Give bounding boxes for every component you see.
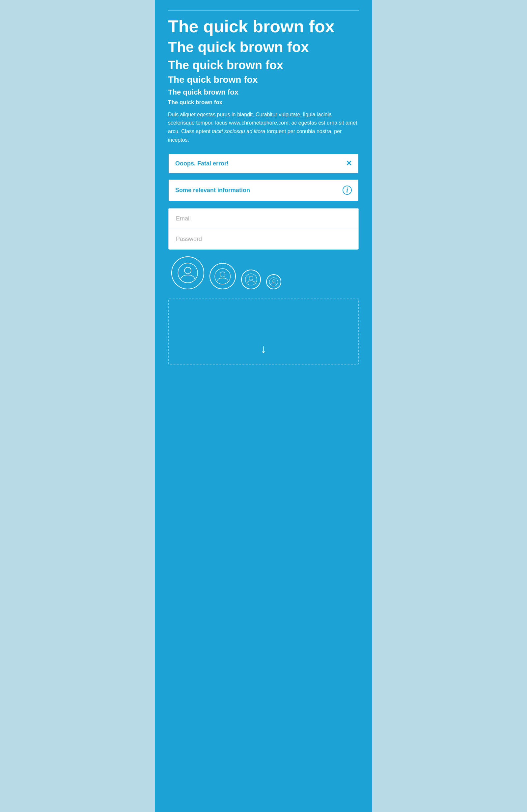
- svg-point-6: [269, 277, 278, 286]
- password-input[interactable]: [176, 236, 351, 243]
- info-alert-text: Some relevant information: [175, 187, 250, 194]
- svg-point-1: [185, 267, 191, 274]
- svg-point-4: [245, 274, 257, 285]
- down-arrow-icon: ↓: [261, 342, 266, 356]
- login-form: [168, 208, 359, 250]
- svg-point-0: [178, 263, 197, 283]
- avatar-lg: [209, 263, 236, 289]
- body-paragraph: Duis aliquet egestas purus in blandit. C…: [168, 111, 359, 144]
- body-link[interactable]: www.chrometaphore.com: [229, 120, 289, 126]
- avatar-section: [168, 256, 359, 289]
- error-alert-text: Ooops. Fatal error!: [175, 160, 229, 167]
- heading-6: The quick brown fox: [168, 100, 359, 106]
- avatar-xl: [171, 256, 204, 289]
- page-wrapper: The quick brown fox The quick brown fox …: [0, 0, 527, 812]
- email-input[interactable]: [176, 215, 351, 222]
- dashed-container: ↓: [168, 299, 359, 364]
- main-column: The quick brown fox The quick brown fox …: [155, 0, 372, 812]
- italic-text: taciti sociosqu ad litora: [212, 129, 265, 134]
- password-field-wrapper: [169, 229, 358, 249]
- email-field-wrapper: [169, 208, 358, 229]
- avatar-md: [241, 270, 261, 289]
- right-column: [372, 0, 418, 812]
- left-column: [109, 0, 155, 812]
- svg-point-3: [220, 272, 225, 277]
- heading-5: The quick brown fox: [168, 88, 359, 96]
- heading-1: The quick brown fox: [168, 17, 359, 36]
- svg-point-2: [215, 269, 230, 284]
- top-divider: [168, 10, 359, 11]
- svg-point-5: [249, 276, 253, 280]
- heading-3: The quick brown fox: [168, 59, 359, 72]
- heading-2: The quick brown fox: [168, 39, 359, 55]
- info-icon: i: [342, 186, 352, 195]
- avatar-sm: [266, 274, 281, 289]
- close-icon[interactable]: ✕: [346, 160, 352, 167]
- error-alert: Ooops. Fatal error! ✕: [168, 153, 359, 174]
- svg-point-7: [273, 279, 275, 282]
- info-alert: Some relevant information i: [168, 179, 359, 201]
- heading-4: The quick brown fox: [168, 75, 359, 85]
